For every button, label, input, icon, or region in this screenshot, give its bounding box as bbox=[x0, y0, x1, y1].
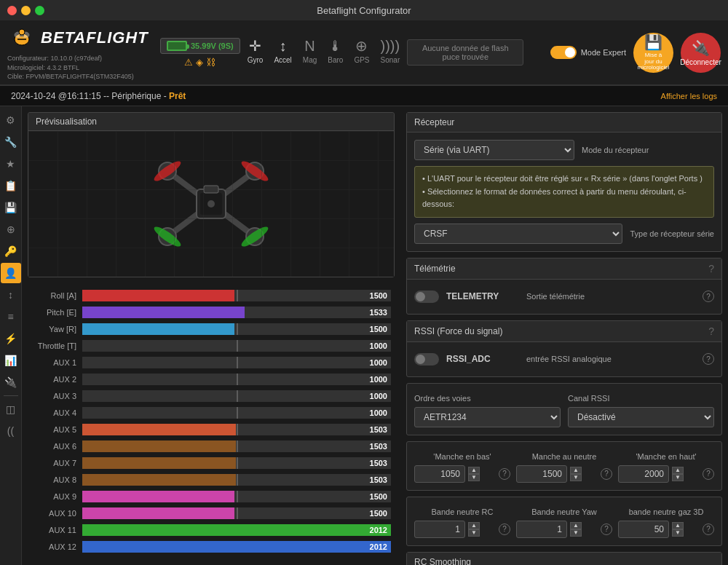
channel-row-10: AUX 71503 bbox=[28, 455, 395, 471]
sidebar-item-adjust[interactable]: ≡ bbox=[1, 307, 21, 327]
receiver-mode-select[interactable]: Série (via UART) bbox=[414, 140, 574, 160]
sidebar-item-wrench[interactable]: 🔑 bbox=[1, 241, 21, 261]
stick-low-down[interactable]: ▼ bbox=[468, 474, 480, 481]
channel-value-13: 1500 bbox=[370, 507, 387, 519]
deadband-yaw-down[interactable]: ▼ bbox=[570, 529, 582, 537]
shield-icon: ◈ bbox=[196, 57, 203, 68]
deadband-yaw-spin: ▲ ▼ bbox=[570, 522, 582, 537]
deadband-yaw-input-row: ▲ ▼ ? bbox=[516, 521, 612, 538]
sensor-gyro: ✛ Gyro bbox=[248, 37, 264, 64]
channel-value-0: 1500 bbox=[370, 290, 387, 301]
stick-neutral-up[interactable]: ▲ bbox=[570, 467, 582, 474]
channel-row-9: AUX 61503 bbox=[28, 438, 395, 454]
sidebar-item-motor[interactable]: ⚡ bbox=[1, 328, 21, 349]
channel-row-15: AUX 122012 bbox=[28, 539, 395, 555]
main-area: ⚙ 🔧 ★ 📋 💾 ⊕ 🔑 👤 ↕ ≡ ⚡ 📊 🔌 ◫ (( Prévisual… bbox=[0, 106, 728, 565]
telemetry-help-icon[interactable]: ? bbox=[708, 263, 714, 274]
receiver-section: Récepteur Série (via UART) Mode du récep… bbox=[406, 112, 722, 252]
mode-expert-toggle[interactable] bbox=[550, 46, 577, 59]
stick-low-help[interactable]: ? bbox=[499, 468, 510, 480]
deadband-throttle-input[interactable] bbox=[618, 521, 669, 538]
deadband-throttle-down[interactable]: ▼ bbox=[672, 529, 684, 537]
deadband-rc-help[interactable]: ? bbox=[499, 523, 510, 535]
sidebar-item-receiver[interactable]: 👤 bbox=[1, 263, 21, 283]
rssi-help-button[interactable]: ? bbox=[703, 353, 714, 365]
channel-bar-wrap-0: 1500 bbox=[82, 290, 391, 301]
sensor-area: ✛ Gyro ↕ Accel N Mag 🌡 Baro ⊕ GPS )))) S… bbox=[248, 37, 400, 68]
status-text: 2024-10-24 @16:11:15 -- Périphérique - P… bbox=[11, 91, 186, 101]
disconnect-label: Déconnecter bbox=[680, 58, 721, 66]
minimize-button[interactable] bbox=[21, 6, 31, 15]
rssi-name: RSSI_ADC bbox=[446, 354, 519, 364]
channel-value-12: 1500 bbox=[370, 491, 387, 502]
close-button[interactable] bbox=[7, 6, 17, 15]
deadband-throttle-help[interactable]: ? bbox=[703, 523, 714, 535]
sidebar-item-clipboard[interactable]: 📋 bbox=[1, 175, 21, 196]
deadband-throttle-up[interactable]: ▲ bbox=[672, 522, 684, 529]
logs-link[interactable]: Afficher les logs bbox=[661, 92, 717, 100]
receiver-info-box: • L'UART pour le récepteur doit être rég… bbox=[414, 166, 714, 218]
stick-high-input[interactable] bbox=[618, 465, 669, 483]
status-ready: Prêt bbox=[169, 91, 186, 101]
deadband-rc-up[interactable]: ▲ bbox=[468, 522, 480, 529]
deadband-yaw-group: Bande neutre Yaw ▲ ▼ ? bbox=[516, 505, 612, 538]
channel-label-12: AUX 9 bbox=[28, 492, 82, 501]
stick-high-down[interactable]: ▼ bbox=[672, 474, 684, 481]
stick-neutral-group: Manche au neutre ▲ ▼ ? bbox=[516, 449, 612, 483]
stick-high-input-row: ▲ ▼ ? bbox=[618, 465, 714, 483]
rssi-canal-select[interactable]: Désactivé bbox=[568, 407, 714, 427]
channel-bar-wrap-8: 1503 bbox=[82, 424, 391, 435]
sidebar-item-blackbox[interactable]: ◫ bbox=[1, 399, 21, 419]
channel-bar-15 bbox=[82, 541, 391, 553]
stick-low-input[interactable] bbox=[414, 465, 465, 483]
sidebar-item-settings[interactable]: ⚙ bbox=[1, 110, 21, 130]
telemetry-help-button[interactable]: ? bbox=[703, 291, 714, 302]
disconnect-button[interactable]: 🔌 Déconnecter bbox=[681, 33, 721, 73]
sidebar-item-modes[interactable]: ↕ bbox=[1, 285, 21, 305]
deadband-yaw-help[interactable]: ? bbox=[601, 523, 612, 535]
stick-low-input-row: ▲ ▼ ? bbox=[414, 465, 510, 483]
sidebar-item-save[interactable]: 💾 bbox=[1, 197, 21, 218]
battery-area: 35.99V (9S) ⚠ ◈ ⛓ bbox=[160, 38, 240, 68]
sidebar-item-gps2[interactable]: (( bbox=[1, 421, 21, 441]
rssi-help-icon[interactable]: ? bbox=[708, 325, 714, 337]
update-firmware-button[interactable]: 💾 Mise à jour du micrologiciel bbox=[633, 33, 673, 73]
deadband-yaw-input[interactable] bbox=[516, 521, 567, 538]
receiver-type-select[interactable]: CRSF bbox=[414, 224, 622, 244]
stick-neutral-down[interactable]: ▼ bbox=[570, 474, 582, 481]
sidebar-item-add[interactable]: ⊕ bbox=[1, 219, 21, 240]
sidebar-item-tools[interactable]: 🔧 bbox=[1, 132, 21, 152]
battery-icon bbox=[167, 41, 187, 51]
deadband-rc-down[interactable]: ▼ bbox=[468, 529, 480, 537]
channel-bar-wrap-1: 1533 bbox=[82, 307, 391, 318]
separator: -- Périphérique - bbox=[103, 91, 167, 101]
sidebar-item-star[interactable]: ★ bbox=[1, 154, 21, 174]
battery-box: 35.99V (9S) bbox=[160, 38, 240, 54]
stick-high-up[interactable]: ▲ bbox=[672, 467, 684, 474]
channel-value-14: 2012 bbox=[370, 524, 387, 536]
channel-bar-wrap-7: 1000 bbox=[82, 407, 391, 419]
deadband-rc-input[interactable] bbox=[414, 521, 465, 538]
channel-value-3: 1000 bbox=[370, 340, 387, 352]
sensor-sonar: )))) Sonar bbox=[381, 38, 400, 64]
receiver-type-row: CRSF Type de récepteur série bbox=[414, 224, 714, 244]
channel-bar-10 bbox=[82, 457, 236, 469]
maximize-button[interactable] bbox=[35, 6, 44, 15]
rssi-toggle[interactable] bbox=[414, 353, 439, 366]
mode-expert-label: Mode Expert bbox=[581, 48, 626, 57]
window-controls[interactable] bbox=[7, 6, 44, 15]
stick-low-up[interactable]: ▲ bbox=[468, 467, 480, 474]
stick-neutral-input[interactable] bbox=[516, 465, 567, 483]
stick-low-group: 'Manche en bas' ▲ ▼ ? bbox=[414, 449, 510, 483]
header-icons: ⚠ ◈ ⛓ bbox=[184, 57, 215, 68]
sidebar-item-servos[interactable]: 📊 bbox=[1, 350, 21, 371]
channel-order-select[interactable]: AETR1234 bbox=[414, 407, 561, 427]
baro-icon: 🌡 bbox=[328, 38, 343, 55]
deadband-yaw-up[interactable]: ▲ bbox=[570, 522, 582, 529]
stick-high-help[interactable]: ? bbox=[703, 468, 714, 480]
stick-neutral-help[interactable]: ? bbox=[601, 468, 612, 480]
sidebar-item-ports[interactable]: 🔌 bbox=[1, 372, 21, 392]
channel-row-6: AUX 31000 bbox=[28, 388, 395, 404]
telemetry-toggle[interactable] bbox=[414, 291, 439, 303]
channel-label-13: AUX 10 bbox=[28, 509, 82, 518]
